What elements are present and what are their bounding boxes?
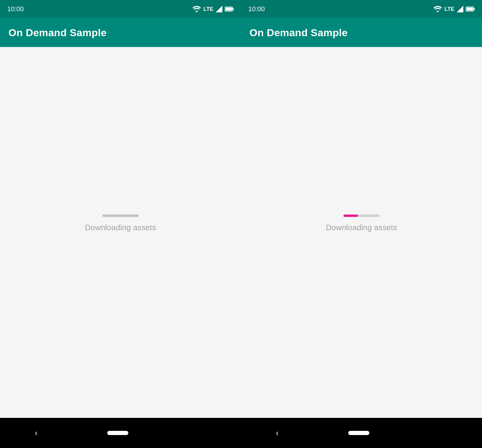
right-nav-bar: ‹: [241, 418, 482, 448]
battery-icon: [225, 6, 234, 12]
right-home-button[interactable]: [348, 431, 369, 435]
right-content-area: Downloading assets: [241, 47, 482, 418]
left-status-icons: LTE: [192, 6, 234, 12]
left-nav-bar: ‹: [0, 418, 241, 448]
left-loading-section: Downloading assets: [85, 215, 156, 232]
left-status-bar: 10:00 LTE: [0, 0, 241, 18]
right-progress-fill: [343, 215, 358, 217]
wifi-icon: [192, 6, 201, 12]
wifi-icon-right: [433, 6, 442, 12]
right-phone-screen: 10:00 LTE On Demand Sample: [241, 0, 482, 448]
left-time: 10:00: [7, 5, 24, 13]
svg-rect-7: [466, 8, 473, 11]
left-phone-screen: 10:00 LTE On Demand Sample: [0, 0, 241, 448]
right-recents-placeholder: [439, 429, 447, 437]
svg-marker-4: [457, 6, 463, 12]
left-recents-placeholder: [198, 429, 206, 437]
right-downloading-text: Downloading assets: [326, 223, 397, 232]
left-home-button[interactable]: [107, 431, 128, 435]
left-app-title: On Demand Sample: [8, 27, 107, 39]
left-downloading-text: Downloading assets: [85, 223, 156, 232]
left-app-bar: On Demand Sample: [0, 18, 241, 47]
right-loading-section: Downloading assets: [326, 215, 397, 232]
right-app-title: On Demand Sample: [249, 27, 348, 39]
right-back-button[interactable]: ‹: [276, 428, 278, 438]
left-back-button[interactable]: ‹: [35, 428, 37, 438]
signal-icon: [216, 6, 222, 12]
svg-rect-2: [233, 8, 234, 10]
right-time: 10:00: [248, 5, 265, 13]
battery-icon-right: [466, 6, 475, 12]
svg-marker-0: [216, 6, 222, 12]
lte-label: LTE: [203, 6, 213, 12]
right-status-bar: 10:00 LTE: [241, 0, 482, 18]
left-content-area: Downloading assets: [0, 47, 241, 418]
right-progress-track: [343, 215, 380, 217]
svg-rect-6: [474, 8, 475, 10]
lte-label-right: LTE: [444, 6, 454, 12]
right-status-icons: LTE: [433, 6, 475, 12]
right-app-bar: On Demand Sample: [241, 18, 482, 47]
left-progress-track: [102, 215, 139, 217]
svg-rect-3: [225, 8, 232, 11]
signal-icon-right: [457, 6, 463, 12]
